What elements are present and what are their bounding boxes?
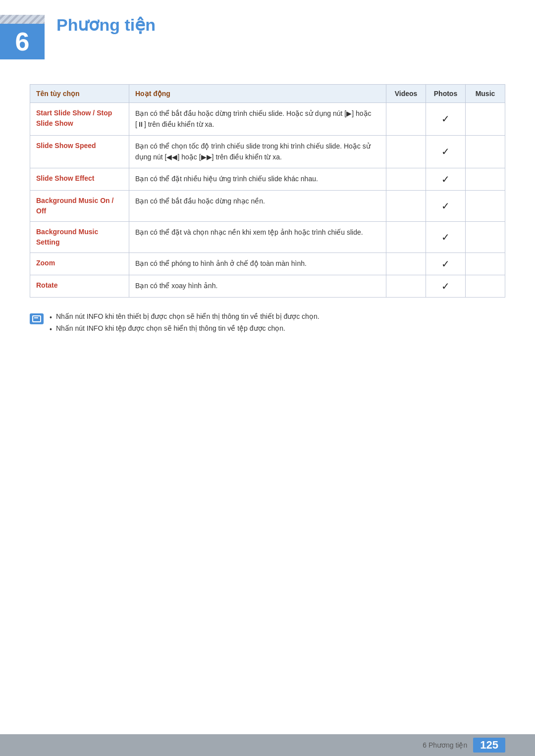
cell-name-1: Slide Show Speed (30, 135, 129, 168)
table-row: RotateBạn có thể xoay hình ảnh.✓ (30, 275, 505, 297)
cell-action-1: Bạn có thể chọn tốc độ trình chiếu slide… (129, 135, 386, 168)
note-line-1: •Nhấn nút INFO khi tệp được chọn sẽ hiển… (50, 324, 320, 333)
cell-music-4 (466, 221, 505, 252)
cell-name-4: Background Music Setting (30, 221, 129, 252)
table-header-row: Tên tùy chọn Hoạt động Videos Photos Mus… (30, 85, 505, 103)
note-line-0: •Nhấn nút INFO khi tên thiết bị được chọ… (50, 312, 320, 321)
cell-name-6: Rotate (30, 275, 129, 297)
note-bullet: • (50, 313, 52, 321)
cell-action-3: Bạn có thể bắt đầu hoặc dừng nhạc nền. (129, 190, 386, 221)
checkmark: ✓ (441, 113, 450, 125)
cell-action-2: Bạn có thể đặt nhiều hiệu ứng trình chiế… (129, 168, 386, 190)
note-text: Nhấn nút INFO khi tên thiết bị được chọn… (56, 312, 320, 320)
table-row: Slide Show EffectBạn có thể đặt nhiều hi… (30, 168, 505, 190)
notes-section: •Nhấn nút INFO khi tên thiết bị được chọ… (30, 312, 505, 333)
checkmark: ✓ (441, 280, 450, 292)
cell-photos-5: ✓ (426, 252, 466, 275)
note-text: Nhấn nút INFO khi tệp được chọn sẽ hiển … (56, 324, 285, 332)
cell-videos-4 (386, 221, 426, 252)
col-header-photos: Photos (426, 85, 466, 103)
note-lines: •Nhấn nút INFO khi tên thiết bị được chọ… (50, 312, 320, 333)
content-area: Tên tùy chọn Hoạt động Videos Photos Mus… (0, 84, 535, 333)
chapter-title: Phương tiện (56, 15, 156, 35)
cell-photos-1: ✓ (426, 135, 466, 168)
col-header-name: Tên tùy chọn (30, 85, 129, 103)
cell-name-0: Start Slide Show / Stop Slide Show (30, 103, 129, 136)
cell-photos-6: ✓ (426, 275, 466, 297)
page-header: 6 Phương tiện (0, 0, 535, 69)
cell-action-0: Bạn có thể bắt đầu hoặc dừng trình chiếu… (129, 103, 386, 136)
col-header-videos: Videos (386, 85, 426, 103)
page-number: 125 (473, 738, 505, 753)
cell-music-0 (466, 103, 505, 136)
cell-name-2: Slide Show Effect (30, 168, 129, 190)
table-row: ZoomBạn có thể phóng to hình ảnh ở chế đ… (30, 252, 505, 275)
cell-photos-0: ✓ (426, 103, 466, 136)
cell-videos-5 (386, 252, 426, 275)
feature-table: Tên tùy chọn Hoạt động Videos Photos Mus… (30, 84, 505, 298)
footer-chapter-label: 6 Phương tiện (423, 741, 467, 749)
table-row: Slide Show SpeedBạn có thể chọn tốc độ t… (30, 135, 505, 168)
checkmark: ✓ (441, 200, 450, 212)
col-header-music: Music (466, 85, 505, 103)
page-footer: 6 Phương tiện 125 (0, 734, 535, 756)
cell-action-5: Bạn có thể phóng to hình ảnh ở chế độ to… (129, 252, 386, 275)
cell-music-5 (466, 252, 505, 275)
note-bullet: • (50, 325, 52, 333)
cell-music-2 (466, 168, 505, 190)
cell-videos-0 (386, 103, 426, 136)
cell-action-6: Bạn có thể xoay hình ảnh. (129, 275, 386, 297)
cell-music-1 (466, 135, 505, 168)
cell-photos-2: ✓ (426, 168, 466, 190)
cell-videos-6 (386, 275, 426, 297)
cell-photos-4: ✓ (426, 221, 466, 252)
checkmark: ✓ (441, 258, 450, 270)
checkmark: ✓ (441, 231, 450, 243)
checkmark: ✓ (441, 146, 450, 157)
col-header-action: Hoạt động (129, 85, 386, 103)
table-row: Background Music SettingBạn có thể đặt v… (30, 221, 505, 252)
chapter-number-box: 6 (0, 24, 45, 59)
cell-videos-3 (386, 190, 426, 221)
cell-music-3 (466, 190, 505, 221)
cell-action-4: Bạn có thể đặt và chọn nhạc nền khi xem … (129, 221, 386, 252)
table-row: Start Slide Show / Stop Slide ShowBạn có… (30, 103, 505, 136)
cell-music-6 (466, 275, 505, 297)
checkmark: ✓ (441, 173, 450, 185)
chapter-title-text: Phương tiện (56, 0, 156, 34)
chapter-number: 6 (15, 29, 30, 54)
cell-photos-3: ✓ (426, 190, 466, 221)
cell-videos-2 (386, 168, 426, 190)
note-icon-decoration (32, 315, 41, 322)
note-icon (30, 313, 44, 324)
chapter-badge-area: 6 (0, 15, 45, 59)
table-row: Background Music On / OffBạn có thể bắt … (30, 190, 505, 221)
cell-name-3: Background Music On / Off (30, 190, 129, 221)
cell-name-5: Zoom (30, 252, 129, 275)
cell-videos-1 (386, 135, 426, 168)
